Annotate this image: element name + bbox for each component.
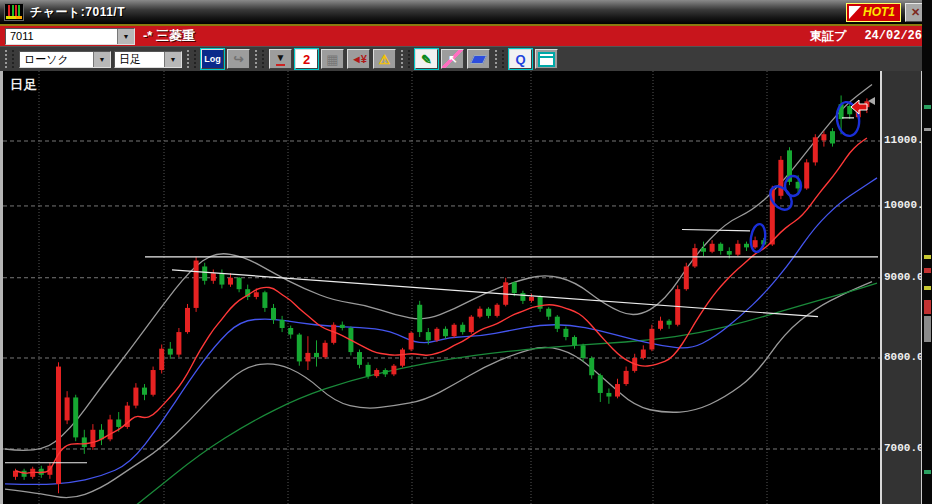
candle-body[interactable] xyxy=(813,137,818,162)
candle-body[interactable] xyxy=(581,345,586,358)
hot1-button[interactable]: HOT1 xyxy=(846,3,901,22)
candle-body[interactable] xyxy=(727,251,732,255)
candle-body[interactable] xyxy=(297,335,302,362)
candle-body[interactable] xyxy=(228,278,233,285)
candle-body[interactable] xyxy=(667,321,672,325)
candle-body[interactable] xyxy=(108,419,113,439)
candle-body[interactable] xyxy=(589,358,594,375)
toolbar-grip[interactable] xyxy=(5,50,14,68)
candle-body[interactable] xyxy=(331,325,336,343)
candle-body[interactable] xyxy=(684,266,689,289)
candle-body[interactable] xyxy=(606,393,611,397)
chevron-down-icon[interactable]: ▼ xyxy=(164,52,181,67)
candle-body[interactable] xyxy=(159,349,164,370)
candle-body[interactable] xyxy=(615,384,620,397)
candle-body[interactable] xyxy=(185,308,190,332)
symbol-code-select[interactable]: 7011 ▼ xyxy=(5,28,135,45)
toolbar-grip[interactable] xyxy=(187,50,196,68)
candle-body[interactable] xyxy=(280,320,285,328)
candle-body[interactable] xyxy=(658,321,663,329)
layout-button[interactable] xyxy=(535,49,558,69)
candle-body[interactable] xyxy=(65,397,70,420)
candle-body[interactable] xyxy=(288,328,293,335)
candle-body[interactable] xyxy=(563,329,568,337)
candle-body[interactable] xyxy=(538,297,543,309)
toolbar-grip[interactable] xyxy=(401,50,410,68)
candle-body[interactable] xyxy=(830,131,835,143)
candle-body[interactable] xyxy=(804,162,809,188)
candle-body[interactable] xyxy=(391,366,396,375)
candle-body[interactable] xyxy=(314,353,319,357)
candle-body[interactable] xyxy=(555,317,560,329)
candle-body[interactable] xyxy=(486,309,491,316)
candle-body[interactable] xyxy=(305,353,310,362)
title-bar[interactable]: チャート:7011/T HOT1 ✕ xyxy=(0,0,932,24)
price-drop-button[interactable]: ▼ xyxy=(269,49,292,69)
candle-body[interactable] xyxy=(357,352,362,365)
candle-body[interactable] xyxy=(116,419,121,426)
candle-body[interactable] xyxy=(735,244,740,255)
candle-body[interactable] xyxy=(176,332,181,355)
price-axis[interactable]: 11000.010000.09000.08000.07000.0 xyxy=(880,71,921,504)
candle-body[interactable] xyxy=(460,325,465,332)
candle-body[interactable] xyxy=(168,349,173,355)
candle-body[interactable] xyxy=(73,397,78,437)
candle-body[interactable] xyxy=(151,370,156,395)
candle-body[interactable] xyxy=(366,365,371,376)
candle-body[interactable] xyxy=(323,343,328,357)
candle-body[interactable] xyxy=(710,244,715,252)
eraser-button[interactable] xyxy=(467,49,490,69)
candle-body[interactable] xyxy=(254,292,259,297)
candle-body[interactable] xyxy=(409,333,414,350)
candle-body[interactable] xyxy=(237,278,242,289)
circled-2-button[interactable]: 2 xyxy=(295,49,318,69)
candle-body[interactable] xyxy=(624,371,629,384)
candle-body[interactable] xyxy=(194,261,199,308)
candle-body[interactable] xyxy=(133,388,138,406)
candle-body[interactable] xyxy=(452,325,457,336)
candle-body[interactable] xyxy=(56,367,61,484)
candle-body[interactable] xyxy=(434,329,439,341)
candle-body[interactable] xyxy=(598,375,603,393)
zoom-button[interactable]: Q xyxy=(509,49,532,69)
candle-body[interactable] xyxy=(142,388,147,395)
candle-body[interactable] xyxy=(778,160,783,196)
candle-body[interactable] xyxy=(495,305,500,316)
toolbar-grip[interactable] xyxy=(495,50,504,68)
candle-body[interactable] xyxy=(340,325,345,328)
candle-body[interactable] xyxy=(374,370,379,376)
candle-body[interactable] xyxy=(211,273,216,281)
chart-type-select[interactable]: ローソク ▼ xyxy=(19,51,111,68)
candle-body[interactable] xyxy=(202,266,207,280)
yen-convert-button[interactable]: ◄¥ xyxy=(347,49,370,69)
candle-body[interactable] xyxy=(701,248,706,252)
trendline-select-button[interactable]: ↖ xyxy=(441,49,464,69)
candle-body[interactable] xyxy=(641,350,646,358)
candle-body[interactable] xyxy=(90,430,95,447)
candle-body[interactable] xyxy=(417,305,422,332)
candle-body[interactable] xyxy=(477,309,482,317)
alert-button[interactable]: ⚠ xyxy=(373,49,396,69)
candle-body[interactable] xyxy=(572,337,577,345)
candlestick-chart[interactable] xyxy=(3,71,880,504)
candle-body[interactable] xyxy=(821,134,826,140)
candle-body[interactable] xyxy=(744,244,749,248)
candle-body[interactable] xyxy=(546,309,551,317)
candle-body[interactable] xyxy=(529,297,534,301)
candle-body[interactable] xyxy=(718,244,723,251)
candle-body[interactable] xyxy=(520,293,525,301)
chevron-down-icon[interactable]: ▼ xyxy=(117,29,134,44)
candle-body[interactable] xyxy=(262,292,267,308)
timeframe-select[interactable]: 日足 ▼ xyxy=(114,51,182,68)
candle-body[interactable] xyxy=(400,350,405,366)
candle-body[interactable] xyxy=(512,282,517,293)
candle-body[interactable] xyxy=(219,273,224,284)
candle-body[interactable] xyxy=(753,240,758,247)
log-scale-button[interactable]: Log xyxy=(201,49,224,69)
chevron-down-icon[interactable]: ▼ xyxy=(93,52,110,67)
candle-body[interactable] xyxy=(469,317,474,332)
candle-body[interactable] xyxy=(443,329,448,336)
toolbar-grip[interactable] xyxy=(255,50,264,68)
candle-body[interactable] xyxy=(82,437,87,447)
candle-body[interactable] xyxy=(649,329,654,350)
